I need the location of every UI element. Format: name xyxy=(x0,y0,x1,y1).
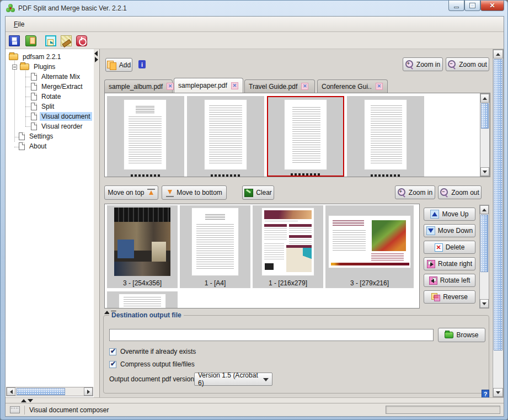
tree-item-about[interactable]: About xyxy=(19,141,48,151)
log-splitter[interactable] xyxy=(6,397,504,403)
close-tab-icon[interactable]: ✕ xyxy=(301,83,308,90)
scroll-down-button[interactable] xyxy=(493,388,503,397)
tree-item-visual-document[interactable]: Visual document xyxy=(31,111,92,121)
page-icon xyxy=(31,113,37,120)
tree-item-plugins[interactable]: Plugins xyxy=(12,62,57,72)
rotate-right-button[interactable]: Rotate right xyxy=(424,257,475,270)
tree-item-rotate[interactable]: Rotate xyxy=(31,92,62,102)
clean-icon[interactable] xyxy=(61,35,72,46)
zoom-out-button-top[interactable]: − Zoom out xyxy=(446,57,489,71)
tab-travel-guide[interactable]: Travel Guide.pdf✕ xyxy=(244,79,315,93)
destination-file-input[interactable] xyxy=(109,329,434,341)
scrollbar-thumb[interactable] xyxy=(17,388,65,395)
splitter-up-icon[interactable] xyxy=(21,399,26,402)
compress-checkbox[interactable]: Compress output file/files xyxy=(109,360,195,368)
pdf-version-select[interactable]: Version 1.5 (Acrobat 6) xyxy=(194,373,272,386)
close-tab-icon[interactable]: ✕ xyxy=(376,83,383,90)
tree-horizontal-scrollbar[interactable] xyxy=(6,387,93,396)
scroll-down-button[interactable] xyxy=(480,299,489,308)
zoom-in-button-middle[interactable]: + Zoom in xyxy=(395,185,435,199)
windows-organize-icon[interactable] xyxy=(45,35,56,46)
page-icon xyxy=(31,73,37,81)
save-environment-icon[interactable] xyxy=(9,35,20,46)
move-on-top-button[interactable]: Move on top xyxy=(104,185,158,200)
menu-bar: File xyxy=(6,17,504,32)
scrollbar-thumb[interactable] xyxy=(481,103,489,129)
tab-conference-guide[interactable]: Conference Gui..✕ xyxy=(317,79,388,93)
strip-scrollbar[interactable] xyxy=(480,93,490,177)
page-thumbnail[interactable] xyxy=(187,96,264,177)
clear-button[interactable]: Clear xyxy=(242,185,274,200)
checkbox-icon[interactable] xyxy=(109,348,116,355)
close-button[interactable]: ✕ xyxy=(480,1,504,11)
scroll-down-button[interactable] xyxy=(480,167,489,176)
page-thumbnail[interactable]: 1 - [216x279] xyxy=(253,205,323,288)
composed-pages-area: 3 - [254x356] 1 - [A4] xyxy=(104,204,420,309)
close-tab-icon[interactable]: ✕ xyxy=(167,83,174,90)
move-to-bottom-button[interactable]: Move to bottom xyxy=(162,185,227,200)
page-thumbnail[interactable] xyxy=(107,96,184,177)
main-scrollbar[interactable] xyxy=(493,49,504,397)
reverse-button[interactable]: Reverse xyxy=(424,290,475,304)
page-thumbnail[interactable] xyxy=(347,96,424,177)
vertical-splitter[interactable] xyxy=(94,49,99,397)
load-environment-icon[interactable] xyxy=(25,35,36,46)
tree-item-alternate-mix[interactable]: Alternate Mix xyxy=(31,72,82,82)
move-up-icon xyxy=(430,210,439,219)
scroll-up-button[interactable] xyxy=(480,94,489,103)
composer-scrollbar[interactable] xyxy=(479,205,489,309)
close-icon: ✕ xyxy=(489,2,495,9)
tree-item-settings[interactable]: Settings xyxy=(19,131,55,141)
tree-item-visual-reorder[interactable]: Visual reorder xyxy=(31,121,84,131)
page-thumbnail[interactable]: 3 - [254x356] xyxy=(107,205,178,288)
minimize-button[interactable] xyxy=(448,1,464,11)
menu-file[interactable]: File xyxy=(10,19,28,29)
delete-button[interactable]: ✕Delete xyxy=(424,241,475,254)
scrollbar-thumb[interactable] xyxy=(480,215,488,272)
scroll-right-button[interactable] xyxy=(84,387,93,396)
tab-sample-album[interactable]: sample_album.pdf✕ xyxy=(104,79,173,93)
exit-icon[interactable] xyxy=(76,35,87,46)
help-icon[interactable]: ? xyxy=(482,390,489,398)
zoom-in-button-top[interactable]: + Zoom in xyxy=(403,57,443,71)
rotate-left-icon xyxy=(429,277,437,285)
collapse-left-icon[interactable] xyxy=(94,51,98,56)
close-tab-icon[interactable]: ✕ xyxy=(231,82,238,89)
page-icon xyxy=(19,132,25,140)
page-thumbnail[interactable]: 3 - [279x216] xyxy=(325,205,414,288)
app-window: PDF Split and Merge basic Ver. 2.2.1 ✕ F… xyxy=(0,0,508,420)
page-thumbnail-selected[interactable] xyxy=(267,96,344,177)
expand-right-icon[interactable] xyxy=(95,57,98,62)
content-area: pdfsam 2.2.1 Plugins Alternate Mix Merge… xyxy=(6,49,504,397)
move-up-button[interactable]: Move Up xyxy=(424,208,475,221)
zoom-out-button-middle[interactable]: − Zoom out xyxy=(438,185,482,199)
checkbox-icon[interactable] xyxy=(109,361,116,368)
rotate-right-icon xyxy=(427,260,435,268)
scroll-up-button[interactable] xyxy=(480,205,489,214)
info-icon[interactable]: i xyxy=(138,60,146,68)
tree-item-root[interactable]: pdfsam 2.2.1 xyxy=(9,52,62,62)
collapse-icon[interactable] xyxy=(12,65,17,70)
tree-item-merge-extract[interactable]: Merge/Extract xyxy=(31,82,84,92)
add-button[interactable]: Add xyxy=(105,58,132,72)
rotate-left-button[interactable]: Rotate left xyxy=(424,274,475,287)
scroll-up-button[interactable] xyxy=(493,50,503,59)
title-bar[interactable]: PDF Split and Merge basic Ver. 2.2.1 ✕ xyxy=(1,1,507,16)
restore-button[interactable] xyxy=(464,1,480,11)
move-down-button[interactable]: Move Down xyxy=(424,224,475,237)
destination-group: Destination output file Browse Overwrite… xyxy=(103,315,489,394)
zoom-out-icon: − xyxy=(440,188,448,196)
scroll-left-button[interactable] xyxy=(7,387,15,396)
tree-item-split[interactable]: Split xyxy=(31,102,56,111)
page-thumbnail-partial[interactable] xyxy=(107,291,178,309)
group-title: Destination output file xyxy=(109,311,184,319)
clear-icon xyxy=(244,189,253,197)
splitter-down-icon[interactable] xyxy=(28,399,33,402)
scrollbar-thumb[interactable] xyxy=(494,59,502,350)
restore-icon xyxy=(470,3,475,8)
overwrite-checkbox[interactable]: Overwrite if already exists xyxy=(109,348,196,355)
page-thumbnail[interactable]: 1 - [A4] xyxy=(180,205,250,288)
tab-samplepaper[interactable]: samplepaper.pdf✕ xyxy=(174,78,243,93)
browse-button[interactable]: Browse xyxy=(438,328,485,342)
move-down-icon xyxy=(426,226,435,235)
